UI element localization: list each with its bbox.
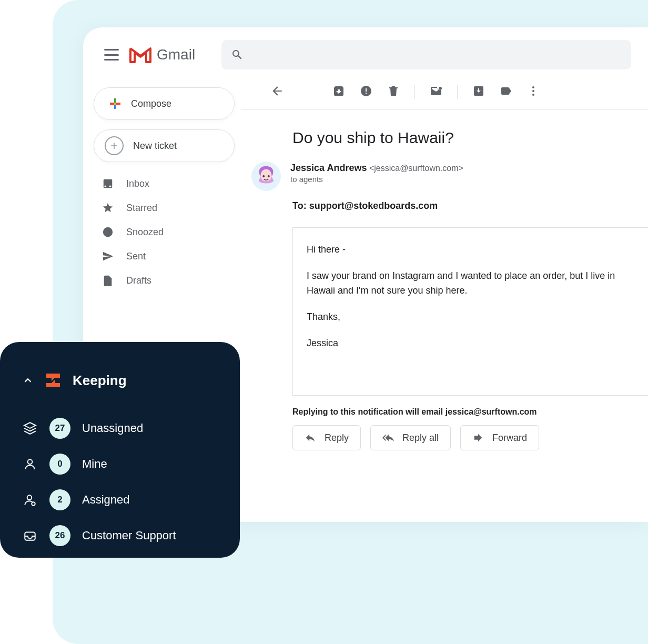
reply-all-label: Reply all — [402, 432, 439, 444]
reply-all-icon — [382, 432, 394, 444]
keeping-item-customer-support[interactable]: 26 Customer Support — [19, 518, 221, 554]
reply-button[interactable]: Reply — [292, 425, 361, 450]
keeping-item-mine[interactable]: 0 Mine — [19, 446, 221, 482]
user-icon — [22, 457, 38, 471]
svg-point-5 — [532, 90, 534, 92]
count-badge: 27 — [49, 418, 70, 439]
svg-point-13 — [32, 502, 35, 506]
keeping-header[interactable]: Keeping — [19, 371, 221, 389]
keeping-item-assigned[interactable]: 2 Assigned — [19, 482, 221, 518]
sidebar-item-label: Drafts — [126, 275, 151, 286]
forward-button[interactable]: Forward — [460, 425, 539, 450]
keeping-item-unassigned[interactable]: 27 Unassigned — [19, 410, 221, 446]
keeping-title: Keeping — [73, 373, 127, 389]
email-to-line: To: support@stokedboards.com — [292, 200, 648, 212]
chevron-up-icon — [22, 375, 34, 386]
body-greeting: Hi there - — [307, 243, 634, 257]
email-pane: Do you ship to Hawaii? — [241, 78, 648, 522]
svg-point-6 — [532, 94, 534, 96]
gmail-header: Gmail — [83, 27, 648, 78]
sidebar-item-snoozed[interactable]: Snoozed — [94, 220, 235, 244]
sidebar-item-sent[interactable]: Sent — [94, 244, 235, 268]
clock-icon — [102, 226, 114, 238]
sender-email: <jessica@surftown.com> — [369, 164, 463, 173]
back-button[interactable] — [270, 84, 284, 100]
mark-unread-button[interactable] — [430, 85, 442, 99]
keeping-item-label: Mine — [82, 457, 107, 471]
reply-all-button[interactable]: Reply all — [370, 425, 451, 450]
sidebar-item-label: Snoozed — [126, 227, 164, 238]
gmail-wordmark: Gmail — [157, 46, 195, 63]
count-badge: 26 — [49, 525, 70, 546]
svg-point-12 — [27, 495, 32, 500]
inbox-icon — [102, 178, 114, 189]
sidebar-item-label: Starred — [126, 203, 157, 214]
email-body: Hi there - I saw your brand on Instagram… — [292, 227, 648, 396]
gmail-m-icon — [129, 46, 151, 63]
send-icon — [102, 250, 114, 262]
body-thanks: Thanks, — [307, 310, 634, 325]
compose-label: Compose — [131, 98, 171, 109]
sender-recipients[interactable]: to agents — [290, 175, 463, 184]
menu-icon[interactable] — [104, 49, 119, 61]
user-check-icon — [22, 493, 38, 507]
archive-button[interactable] — [332, 85, 345, 99]
forward-label: Forward — [492, 432, 527, 444]
svg-point-9 — [268, 175, 270, 177]
sidebar-item-label: Inbox — [126, 178, 149, 189]
svg-point-8 — [262, 175, 265, 177]
count-badge: 2 — [49, 489, 70, 510]
body-paragraph: I saw your brand on Instagram and I want… — [307, 269, 634, 298]
new-ticket-button[interactable]: + New ticket — [94, 129, 235, 162]
plus-multicolor-icon — [109, 97, 122, 110]
svg-rect-2 — [114, 103, 116, 105]
keeping-item-label: Assigned — [82, 493, 130, 507]
sender-avatar[interactable] — [251, 162, 281, 191]
compose-button[interactable]: Compose — [94, 87, 235, 120]
keeping-logo-icon — [44, 371, 62, 389]
mailbox-icon — [22, 529, 38, 542]
svg-rect-3 — [114, 98, 116, 103]
svg-point-11 — [28, 459, 33, 464]
email-toolbar — [241, 78, 648, 110]
sender-name: Jessica Andrews — [290, 163, 367, 173]
label-button[interactable] — [500, 85, 512, 99]
sidebar-item-starred[interactable]: Starred — [94, 196, 235, 220]
count-badge: 0 — [49, 454, 70, 475]
file-icon — [102, 275, 114, 286]
move-to-inbox-button[interactable] — [472, 85, 485, 99]
reply-notification: Replying to this notification will email… — [292, 407, 648, 417]
forward-icon — [472, 432, 484, 444]
more-button[interactable] — [527, 85, 540, 99]
keeping-item-label: Unassigned — [82, 421, 143, 435]
plus-circle-icon: + — [105, 136, 124, 155]
gmail-logo[interactable]: Gmail — [129, 46, 195, 63]
svg-point-4 — [532, 86, 534, 88]
search-icon — [231, 48, 244, 61]
sidebar-item-label: Sent — [126, 251, 146, 262]
body-signature: Jessica — [307, 336, 634, 351]
star-icon — [102, 202, 114, 214]
svg-marker-10 — [24, 422, 36, 428]
report-spam-button[interactable] — [360, 85, 372, 99]
sidebar-item-drafts[interactable]: Drafts — [94, 268, 235, 293]
new-ticket-label: New ticket — [133, 140, 177, 152]
reply-label: Reply — [325, 432, 349, 444]
search-input[interactable] — [221, 40, 631, 69]
email-subject: Do you ship to Hawaii? — [292, 129, 648, 147]
layers-icon — [22, 421, 38, 435]
delete-button[interactable] — [387, 85, 400, 99]
keeping-panel: Keeping 27 Unassigned 0 Mine 2 Assigned … — [0, 342, 240, 558]
keeping-item-label: Customer Support — [82, 529, 176, 542]
reply-icon — [305, 432, 316, 444]
sidebar-item-inbox[interactable]: Inbox — [94, 172, 235, 196]
